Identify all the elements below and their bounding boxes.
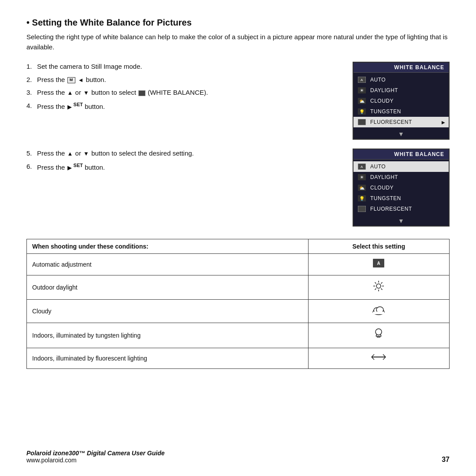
step-text-1: Set the camera to Still Image mode.	[37, 62, 344, 72]
step-num-5: 5.	[26, 149, 37, 159]
step-text-6: Press the ▶ SET button.	[37, 162, 344, 173]
auto-icon-cell: A	[357, 76, 367, 84]
menu1-down-arrow: ▼	[398, 130, 404, 138]
menu2-row-daylight: ☀ DAYLIGHT	[353, 172, 449, 182]
menu1-label-fluorescent: FLUORESCENT	[370, 119, 438, 125]
page: • Setting the White Balance for Pictures…	[0, 0, 476, 476]
steps-and-menu1: 1. Set the camera to Still Image mode. 2…	[26, 62, 450, 140]
steps-list2: 5. Press the ▲ or ▼ button to select the…	[26, 149, 344, 172]
cloudy-icon-cell: ⛅	[357, 97, 367, 105]
step-6: 6. Press the ▶ SET button.	[26, 162, 344, 173]
step-3: 3. Press the ▲ or ▼ button to select (WH…	[26, 88, 344, 98]
menu-button-icon: M	[67, 77, 75, 83]
menu2-header: WHITE BALANCE	[353, 149, 449, 160]
svg-line-27	[381, 283, 383, 284]
camera-menu-1: WHITE BALANCE A AUTO ☀ DAYLIGHT ⛅ CLOUDY…	[353, 62, 450, 140]
svg-text:A: A	[377, 261, 380, 266]
cloudy2-icon-cell: ⛅	[357, 184, 367, 192]
col1-header: When shooting under these conditions:	[27, 239, 309, 254]
steps-and-menu2: 5. Press the ▲ or ▼ button to select the…	[26, 149, 450, 227]
footer-left: Polaroid izone300™ Digital Camera User G…	[26, 450, 165, 464]
left-arrow-icon: ◄	[78, 77, 84, 83]
icon-fluorescent	[308, 348, 449, 369]
up-arrow-icon: ▲	[67, 89, 73, 96]
menu2-label-daylight: DAYLIGHT	[370, 174, 445, 180]
section-title: • Setting the White Balance for Pictures	[26, 18, 450, 28]
step-1: 1. Set the camera to Still Image mode.	[26, 62, 344, 72]
menu1-row-auto: A AUTO	[353, 74, 449, 85]
table-header-row: When shooting under these conditions: Se…	[27, 239, 450, 254]
svg-text:💡: 💡	[359, 109, 365, 115]
svg-text:A: A	[361, 165, 363, 169]
condition-tungsten: Indoors, illuminated by tungsten lightin…	[27, 323, 309, 348]
step-num-4: 4.	[26, 101, 37, 111]
menu2-row-auto: A AUTO	[353, 161, 449, 172]
menu1-header: WHITE BALANCE	[353, 63, 449, 73]
steps-list1: 1. Set the camera to Still Image mode. 2…	[26, 62, 344, 112]
auto2-icon-cell: A	[357, 163, 367, 171]
step-text-4: Press the ▶ SET button.	[37, 101, 344, 112]
table-row: Cloudy	[27, 300, 450, 323]
step-num-2: 2.	[26, 75, 37, 85]
page-number: 37	[442, 456, 450, 464]
icon-tungsten	[308, 323, 449, 348]
menu1-row-tungsten: 💡 TUNGSTEN	[353, 106, 449, 117]
table-row: Automatic adjustment A	[27, 254, 450, 275]
menu2-footer: ▼	[353, 216, 449, 226]
svg-rect-8	[358, 119, 366, 125]
step-2: 2. Press the M ◄ button.	[26, 75, 344, 85]
steps-col1: 1. Set the camera to Still Image mode. 2…	[26, 62, 344, 140]
step-4: 4. Press the ▶ SET button.	[26, 101, 344, 112]
daylight-icon-cell: ☀	[357, 86, 367, 94]
fluorescent-icon-cell	[357, 118, 367, 126]
conditions-table: When shooting under these conditions: Se…	[26, 239, 450, 369]
table-section: When shooting under these conditions: Se…	[26, 239, 450, 369]
tungsten2-icon-cell: 💡	[357, 194, 367, 202]
menu1-label-daylight: DAYLIGHT	[370, 87, 445, 93]
menu1-arrow: ▶	[442, 120, 446, 125]
menu2-body: A AUTO ☀ DAYLIGHT ⛅ CLOUDY 💡 TUNGSTEN	[353, 160, 449, 216]
svg-text:☀: ☀	[360, 88, 364, 93]
table-row: Indoors, illuminated by tungsten lightin…	[27, 323, 450, 348]
step-text-5: Press the ▲ or ▼ button to select the de…	[37, 149, 344, 159]
intro-text: Selecting the right type of white balanc…	[26, 32, 450, 52]
step-num-3: 3.	[26, 88, 37, 98]
set-label2: SET	[72, 163, 83, 168]
step-text-3: Press the ▲ or ▼ button to select (WHITE…	[37, 88, 344, 98]
menu2-label-auto: AUTO	[370, 164, 445, 170]
footer-url: www.polaroid.com	[26, 457, 165, 464]
col2-header: Select this setting	[308, 239, 449, 254]
step-text-2: Press the M ◄ button.	[37, 75, 344, 85]
step-5: 5. Press the ▲ or ▼ button to select the…	[26, 149, 344, 159]
condition-fluorescent: Indoors, illuminated by fluorescent ligh…	[27, 348, 309, 369]
svg-rect-17	[358, 206, 366, 212]
steps-col2: 5. Press the ▲ or ▼ button to select the…	[26, 149, 344, 227]
wb-icon-inline	[138, 90, 145, 96]
fluorescent2-icon-cell	[357, 205, 367, 213]
svg-line-26	[381, 289, 383, 290]
svg-line-28	[375, 289, 376, 290]
right-arrow-icon: ▶	[67, 104, 72, 110]
menu1-label-tungsten: TUNGSTEN	[370, 108, 445, 115]
table-row: Indoors, illuminated by fluorescent ligh…	[27, 348, 450, 369]
svg-text:☀: ☀	[360, 175, 364, 180]
page-title: Setting the White Balance for Pictures	[32, 18, 192, 27]
icon-cloudy	[308, 300, 449, 323]
menu1-body: A AUTO ☀ DAYLIGHT ⛅ CLOUDY 💡 TUNGSTEN	[353, 73, 449, 129]
menu2-label-cloudy: CLOUDY	[370, 185, 445, 191]
condition-daylight: Outdoor daylight	[27, 275, 309, 300]
table-row: Outdoor daylight	[27, 275, 450, 300]
condition-cloudy: Cloudy	[27, 300, 309, 323]
menu1-footer: ▼	[353, 129, 449, 139]
footer: Polaroid izone300™ Digital Camera User G…	[26, 450, 450, 464]
menu1-row-fluorescent: FLUORESCENT ▶	[353, 117, 449, 127]
down-arrow2-icon: ▼	[83, 150, 89, 157]
step-num-6: 6.	[26, 162, 37, 172]
svg-point-20	[376, 284, 381, 288]
menu1-row-daylight: ☀ DAYLIGHT	[353, 85, 449, 96]
svg-rect-32	[373, 312, 384, 314]
svg-text:⛅: ⛅	[359, 98, 365, 104]
condition-auto: Automatic adjustment	[27, 254, 309, 275]
set-label: SET	[72, 102, 83, 107]
menu1-row-cloudy: ⛅ CLOUDY	[353, 96, 449, 106]
